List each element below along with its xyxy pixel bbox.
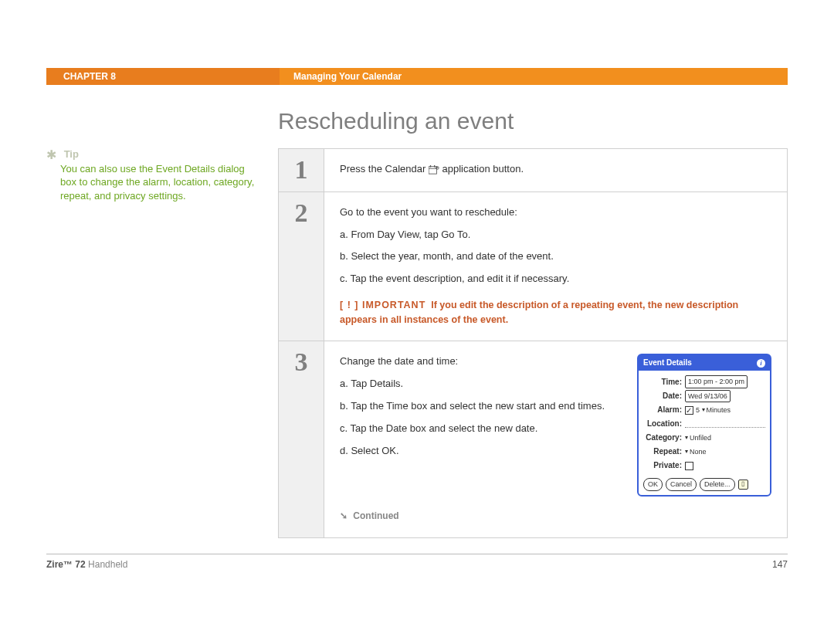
step-subitem: c. Tap the Date box and select the new d… xyxy=(340,421,628,437)
repeat-label: Repeat: xyxy=(643,446,685,458)
dialog-title: Event Details xyxy=(643,357,692,369)
step-subitem: a. Tap Details. xyxy=(340,376,628,392)
note-icon[interactable]: ▯ xyxy=(738,480,748,490)
page-title: Rescheduling an event xyxy=(278,108,788,134)
page-footer: Zire™ 72 Handheld 147 xyxy=(46,554,788,570)
tip-box: ✱ Tip You can also use the Event Details… xyxy=(46,108,263,202)
sidebar: ✱ Tip You can also use the Event Details… xyxy=(46,108,278,538)
arrow-down-right-icon: ➘ xyxy=(340,509,348,524)
category-value: Unfiled xyxy=(690,432,711,443)
step-subitem: d. Select OK. xyxy=(340,443,628,459)
date-value[interactable]: Wed 9/13/06 xyxy=(685,390,731,402)
delete-button[interactable]: Delete... xyxy=(700,478,735,490)
step-text: Press the Calendar xyxy=(340,163,429,175)
product-name: Zire™ 72 Handheld xyxy=(46,559,127,570)
svg-rect-3 xyxy=(434,165,435,168)
dropdown-icon[interactable]: ▾ xyxy=(702,405,705,415)
alarm-label: Alarm: xyxy=(643,404,685,416)
chapter-header: CHAPTER 8 Managing Your Calendar xyxy=(46,68,788,85)
step-row: 2 Go to the event you want to reschedule… xyxy=(279,192,787,342)
step-body: Go to the event you want to reschedule: … xyxy=(324,192,787,341)
asterisk-icon: ✱ xyxy=(46,148,56,161)
step-subitem: b. Select the year, month, and date of t… xyxy=(340,249,771,265)
svg-rect-0 xyxy=(429,166,436,173)
step-subitem: c. Tap the event description, and edit i… xyxy=(340,271,771,287)
alarm-unit: Minutes xyxy=(707,405,731,415)
continued-label: ➘ Continued xyxy=(340,509,771,524)
step-row: 3 Change the date and time: a. Tap Detai… xyxy=(279,341,787,537)
step-intro: Go to the event you want to reschedule: xyxy=(340,205,771,221)
step-number: 2 xyxy=(279,192,324,341)
dropdown-icon[interactable]: ▾ xyxy=(685,433,688,443)
alarm-checkbox[interactable] xyxy=(685,406,693,415)
info-icon[interactable]: i xyxy=(757,359,765,368)
steps-table: 1 Press the Calendar application button. xyxy=(278,148,788,538)
tip-label: Tip xyxy=(64,148,79,160)
step-number: 3 xyxy=(279,341,324,537)
location-input[interactable] xyxy=(685,420,765,428)
time-label: Time: xyxy=(643,376,685,388)
private-checkbox[interactable] xyxy=(685,462,693,470)
important-label: [ ! ] IMPORTANT xyxy=(340,300,425,310)
event-details-dialog: Event Details i Time: 1:00 pm - 2:00 pm … xyxy=(637,354,771,496)
ok-button[interactable]: OK xyxy=(643,478,663,490)
chapter-label: CHAPTER 8 xyxy=(46,68,280,85)
private-label: Private: xyxy=(643,459,685,472)
dropdown-icon[interactable]: ▾ xyxy=(685,447,688,457)
cancel-button[interactable]: Cancel xyxy=(666,478,697,490)
date-label: Date: xyxy=(643,390,685,402)
step-text: application button. xyxy=(442,163,524,175)
dialog-titlebar: Event Details i xyxy=(639,355,770,371)
repeat-value: None xyxy=(690,446,707,457)
step-body: Press the Calendar application button. xyxy=(324,149,787,192)
important-note: [ ! ] IMPORTANT If you edit the descript… xyxy=(340,298,771,327)
tip-text: You can also use the Event Details dialo… xyxy=(60,162,263,203)
continued-text: Continued xyxy=(353,510,398,521)
step-body: Change the date and time: a. Tap Details… xyxy=(324,341,787,537)
step-intro: Change the date and time: xyxy=(340,354,628,370)
section-label: Managing Your Calendar xyxy=(280,68,788,85)
category-label: Category: xyxy=(643,432,685,444)
page-number: 147 xyxy=(772,559,788,570)
step-subitem: a. From Day View, tap Go To. xyxy=(340,227,771,243)
time-value[interactable]: 1:00 pm - 2:00 pm xyxy=(685,375,748,388)
step-subitem: b. Tap the Time box and select the new s… xyxy=(340,398,628,415)
svg-rect-2 xyxy=(430,165,431,168)
step-number: 1 xyxy=(279,149,324,192)
location-label: Location: xyxy=(643,418,685,430)
step-row: 1 Press the Calendar application button. xyxy=(279,149,787,192)
calendar-icon xyxy=(429,165,439,175)
main-content: Rescheduling an event 1 Press the Calend… xyxy=(278,108,788,538)
